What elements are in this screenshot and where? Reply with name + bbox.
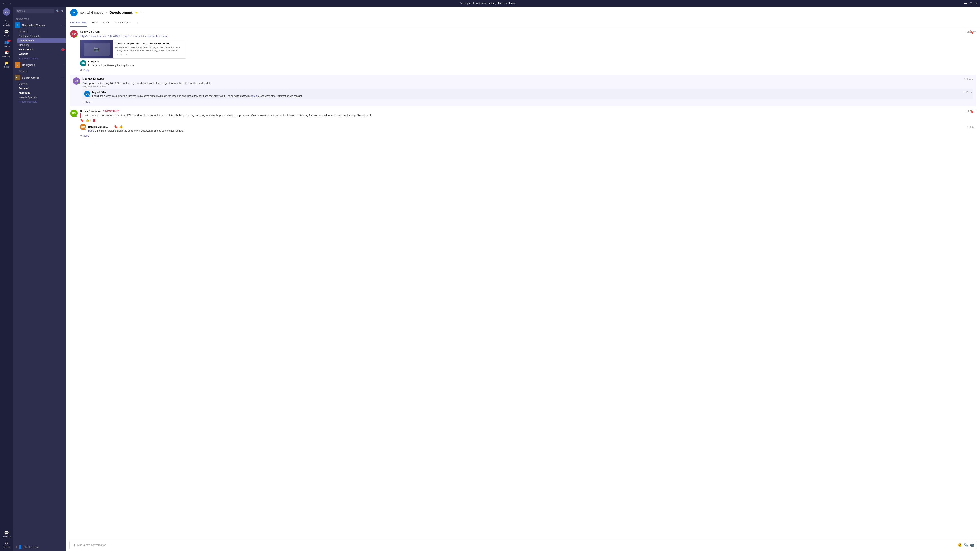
daniela-reply-header: Daniela Mandera ⋯ 🔖 👍 11:26am bbox=[88, 124, 976, 129]
channel-general-designers[interactable]: General bbox=[17, 69, 66, 73]
channel-marketing-fc[interactable]: Marketing bbox=[17, 91, 66, 95]
channel-customer-accounts[interactable]: Customer Accounts bbox=[17, 34, 66, 38]
user-avatar[interactable]: CD bbox=[3, 8, 10, 16]
create-team-button[interactable]: +👤 Create a team bbox=[13, 543, 66, 551]
babek-initials: BS bbox=[72, 112, 76, 115]
reply-button-3[interactable]: ↺ Reply bbox=[80, 134, 976, 137]
tab-files[interactable]: Files bbox=[92, 19, 98, 27]
message-2-time: 11:05 am bbox=[964, 78, 974, 80]
miguel-reply-text: I don't know what is causing this just y… bbox=[92, 94, 972, 98]
fourth-coffee-avatar: FC bbox=[15, 75, 21, 80]
close-button[interactable]: ✕ bbox=[975, 2, 978, 5]
rail-item-meetings[interactable]: 📅 Meetings bbox=[0, 49, 13, 59]
fourth-coffee-more-icon[interactable]: ⋯ bbox=[61, 76, 65, 79]
nav-back[interactable]: ← bbox=[2, 2, 6, 5]
reply-icon-2: ↺ bbox=[83, 101, 84, 104]
message-2: DK Daphne Knowles 11:05 am Any update on… bbox=[70, 75, 976, 106]
exclamation-icon[interactable]: ! bbox=[93, 119, 95, 122]
team-designers[interactable]: D Designers ⋯ bbox=[13, 61, 66, 69]
reply-button-2[interactable]: ↺ Reply bbox=[83, 101, 974, 104]
bookmark-daniela[interactable]: 🔖 bbox=[114, 125, 118, 129]
bookmark-icon-1[interactable]: 🔖 bbox=[970, 30, 974, 34]
settings-icon: ⚙ bbox=[5, 541, 8, 546]
designers-avatar: D bbox=[15, 62, 21, 68]
link-preview-body-1: The Most Important Tech Jobs Of The Futu… bbox=[113, 40, 186, 58]
files-icon: 📁 bbox=[4, 61, 9, 65]
compose-icon[interactable]: ✎ bbox=[61, 9, 64, 13]
channel-fun-stuff[interactable]: Fun stuff bbox=[17, 86, 66, 91]
favorite-star-icon[interactable]: ★ bbox=[135, 11, 138, 15]
tab-team-services[interactable]: Team Services bbox=[115, 19, 132, 27]
feedback-icon: 💬 bbox=[4, 530, 9, 535]
channel-development[interactable]: Development bbox=[17, 38, 66, 43]
like-number: 6 bbox=[90, 119, 91, 122]
reply-label-1: Reply bbox=[83, 69, 89, 71]
rail-item-settings[interactable]: ⚙ Settings bbox=[0, 540, 13, 549]
avatar-daphne: DK bbox=[73, 77, 80, 85]
message-1-link: http://www.contoso.com/3054433/the-most-… bbox=[80, 34, 976, 38]
message-2-content: Daphne Knowles 11:05 am Any update on th… bbox=[83, 77, 974, 104]
rail-item-feedback[interactable]: 💬 Feedback bbox=[0, 529, 13, 539]
link-preview-image-1: 📷 bbox=[80, 40, 113, 58]
nav-forward[interactable]: → bbox=[8, 2, 11, 5]
add-tab-button[interactable]: + bbox=[137, 19, 138, 27]
northwind-more-channels[interactable]: 32 more channels bbox=[17, 56, 66, 61]
babek-mention[interactable]: Babek bbox=[88, 129, 95, 132]
team-fourth-coffee[interactable]: FC Fourth Coffee ⋯ bbox=[13, 73, 66, 82]
bookmark-action-3[interactable]: 🔖 bbox=[80, 118, 84, 122]
northwind-logo-icon: N bbox=[72, 10, 76, 15]
reply-button-1[interactable]: ↺ Reply bbox=[80, 69, 976, 71]
format-icon[interactable]: ｛ bbox=[72, 543, 75, 547]
minimize-button[interactable]: — bbox=[964, 2, 967, 5]
rail-item-chat[interactable]: 💬 Chat bbox=[0, 29, 13, 38]
channel-team-avatar: N bbox=[70, 9, 78, 16]
team-northwind[interactable]: N Northwind Traders ⋯ bbox=[13, 21, 66, 29]
channel-website[interactable]: Website bbox=[17, 52, 66, 56]
thumbsup-icon: 👍 bbox=[86, 119, 89, 122]
message-input[interactable] bbox=[77, 543, 956, 546]
message-tools: 🙂 📎 📹 bbox=[958, 543, 974, 547]
daniela-reply-content: Daniela Mandera ⋯ 🔖 👍 11:26am Babek, tha… bbox=[88, 124, 976, 133]
fourth-coffee-more-channels[interactable]: 4 more channels bbox=[17, 100, 66, 104]
daphne-initials: DK bbox=[75, 79, 78, 83]
channel-general-fc[interactable]: General bbox=[17, 82, 66, 86]
designers-more-icon[interactable]: ⋯ bbox=[61, 63, 65, 67]
more-icon-daniela[interactable]: ⋯ bbox=[109, 125, 113, 129]
channel-marketing-northwind[interactable]: Marketing bbox=[17, 43, 66, 48]
reply-label-2: Reply bbox=[85, 101, 92, 104]
jakob-mention[interactable]: Jakob bbox=[250, 94, 257, 97]
miguel-reply-content: Miguel Silva 11:16 am I don't know what … bbox=[92, 91, 972, 98]
channel-more-icon[interactable]: ⋯ bbox=[140, 10, 144, 15]
channel-weekly-specials[interactable]: Weekly Specials bbox=[17, 95, 66, 100]
rail-item-teams[interactable]: 2 👥 Teams bbox=[0, 39, 13, 48]
message-1-url[interactable]: http://www.contoso.com/3054433/the-most-… bbox=[80, 35, 169, 38]
bookmark-icon-3[interactable]: 🔖 bbox=[970, 110, 974, 113]
tab-conversation[interactable]: Conversation bbox=[70, 19, 87, 27]
northwind-more-icon[interactable]: ⋯ bbox=[61, 24, 65, 27]
attach-icon[interactable]: 📎 bbox=[964, 543, 968, 547]
like-daniela[interactable]: 👍 bbox=[119, 125, 123, 129]
kadji-initials: KB bbox=[81, 62, 85, 65]
channel-header: N Northwind Traders › Development ★ ⋯ bbox=[66, 6, 980, 19]
channel-social-media[interactable]: Social Media 2 bbox=[17, 48, 66, 52]
search-bar: 🔍 ✎ bbox=[13, 6, 66, 16]
rail-item-files[interactable]: 📁 Files bbox=[0, 60, 13, 69]
channel-general-northwind[interactable]: General bbox=[17, 29, 66, 34]
preview-source-1: Contoso.com bbox=[115, 53, 184, 56]
cecily-status bbox=[76, 35, 78, 38]
search-icon[interactable]: 🔍 bbox=[56, 10, 59, 13]
preview-inner: 📷 bbox=[83, 43, 110, 56]
avatar-daniela: DM bbox=[80, 124, 86, 130]
emoji-icon[interactable]: 🙂 bbox=[958, 543, 962, 547]
reply-icon-1: ↺ bbox=[80, 69, 82, 71]
rail-label-files: Files bbox=[4, 66, 9, 68]
rail-item-activity[interactable]: ◯ Activity bbox=[0, 18, 13, 27]
channel-name: Development bbox=[110, 11, 132, 15]
fourth-coffee-channels: General Fun stuff Marketing Weekly Speci… bbox=[13, 82, 66, 104]
rail-bottom: 💬 Feedback ⚙ Settings bbox=[0, 529, 13, 549]
tab-notes[interactable]: Notes bbox=[103, 19, 110, 27]
meeting-icon[interactable]: 📹 bbox=[970, 543, 974, 547]
search-input[interactable] bbox=[16, 9, 54, 13]
meetings-icon: 📅 bbox=[4, 51, 9, 55]
maximize-button[interactable]: □ bbox=[970, 2, 972, 5]
